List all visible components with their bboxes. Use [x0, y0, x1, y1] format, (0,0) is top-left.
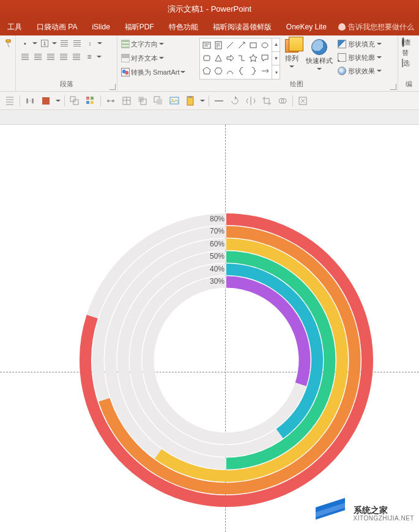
chevron-down-icon — [377, 68, 382, 73]
chevron-down-icon — [377, 42, 382, 46]
svg-rect-5 — [26, 98, 28, 103]
qat-group-icon[interactable] — [69, 95, 81, 107]
watermark-url: XITONGZHIJIA.NET — [354, 515, 415, 522]
tab-foxit-pdf[interactable]: 福昕PDF — [117, 18, 161, 35]
shapes-gallery[interactable]: ▲ ▼ ▾ — [199, 38, 280, 79]
align-right-button[interactable] — [45, 51, 56, 62]
qat-grid-icon[interactable] — [84, 95, 97, 107]
shape-hexagon-icon[interactable] — [213, 66, 223, 76]
group-text-options: 文字方向 对齐文本 转换为 SmartArt — [117, 35, 196, 91]
gallery-up-button[interactable]: ▲ — [272, 38, 280, 52]
shape-oval-icon[interactable] — [259, 40, 270, 50]
columns-button[interactable] — [84, 51, 95, 62]
slide-canvas[interactable]: 80%70%60%50%40%30% 系统之家 XITONGZHIJIA.NET — [0, 110, 419, 532]
qat-bring-front-icon[interactable] — [152, 95, 165, 107]
shape-effects-button[interactable]: 形状效果 — [338, 65, 382, 77]
format-painter-button[interactable] — [4, 38, 15, 49]
shape-roundrect-icon[interactable] — [201, 53, 212, 63]
quick-styles-button[interactable]: 快速样式 — [303, 38, 335, 79]
qat-zoom-icon[interactable] — [297, 95, 309, 107]
tab-onekey[interactable]: OneKey Lite — [279, 18, 334, 35]
shape-outline-button[interactable]: 形状轮廓 — [338, 51, 382, 64]
chevron-down-icon[interactable] — [97, 41, 102, 46]
tab-pocket-anim[interactable]: 口袋动画 PA — [29, 18, 84, 35]
paragraph-dialog-launcher[interactable] — [109, 84, 116, 90]
svg-rect-10 — [86, 97, 89, 100]
shape-rarrow-icon[interactable] — [224, 53, 235, 63]
find-button[interactable]: 查 — [402, 38, 415, 47]
replace-button[interactable]: 替 — [402, 48, 415, 57]
shape-line-icon[interactable] — [224, 40, 235, 50]
tab-islide[interactable]: iSlide — [84, 18, 117, 35]
bullets-button[interactable] — [20, 38, 31, 49]
drawing-dialog-launcher[interactable] — [390, 84, 396, 90]
svg-point-14 — [107, 100, 109, 102]
shape-star-icon[interactable] — [248, 53, 258, 63]
chevron-down-icon — [159, 42, 164, 46]
tell-me-search[interactable]: 告诉我您想要做什么 — [338, 22, 419, 32]
gallery-more-button[interactable]: ▾ — [272, 65, 280, 79]
chevron-down-icon[interactable] — [97, 54, 102, 59]
select-button[interactable]: 选 — [402, 59, 415, 68]
chevron-down-icon[interactable] — [32, 41, 37, 46]
qat-rotate-icon[interactable] — [229, 95, 241, 107]
qat-merge-icon[interactable] — [276, 95, 289, 107]
chevron-down-icon[interactable] — [56, 98, 61, 103]
numbering-button[interactable] — [39, 38, 50, 49]
qat-distribute-h-icon[interactable] — [24, 95, 36, 107]
qat-snap-icon[interactable] — [105, 95, 117, 107]
shape-triangle-icon[interactable] — [213, 53, 223, 63]
qat-crop-icon[interactable] — [261, 95, 273, 107]
shape-curve-icon[interactable] — [224, 66, 235, 76]
shape-pentagon-icon[interactable] — [201, 66, 212, 76]
qat-align-icon[interactable] — [4, 95, 16, 107]
svg-rect-7 — [42, 97, 50, 105]
text-direction-button[interactable]: 文字方向 — [121, 38, 192, 50]
tab-tools[interactable]: 工具 — [0, 18, 29, 35]
align-left-button[interactable] — [20, 51, 31, 62]
watermark-logo-icon — [312, 500, 349, 527]
group-editing: 查 替 选 编 — [398, 35, 419, 91]
tab-foxit-reader[interactable]: 福昕阅读器领鲜版 — [206, 18, 279, 35]
svg-rect-8 — [70, 97, 75, 102]
distribute-button[interactable] — [71, 51, 82, 62]
chevron-down-icon[interactable] — [200, 98, 205, 103]
gallery-down-button[interactable]: ▼ — [272, 52, 280, 66]
qat-paste-icon[interactable] — [184, 95, 196, 107]
shape-connector-icon[interactable] — [259, 66, 270, 76]
align-text-button[interactable]: 对齐文本 — [121, 52, 192, 64]
shape-textbox-icon[interactable] — [201, 40, 212, 50]
shape-elbow-icon[interactable] — [236, 53, 247, 63]
chevron-down-icon[interactable] — [52, 41, 57, 46]
tab-special[interactable]: 特色功能 — [161, 18, 206, 35]
chevron-down-icon — [289, 64, 294, 69]
radial-chart[interactable]: 80%70%60%50%40%30% — [76, 210, 376, 510]
justify-button[interactable] — [58, 51, 69, 62]
arrange-button[interactable]: 排列 — [283, 38, 301, 79]
shape-vtextbox-icon[interactable] — [213, 40, 223, 50]
svg-rect-21 — [170, 97, 179, 104]
shape-rect-icon[interactable] — [248, 40, 258, 50]
decrease-indent-button[interactable] — [59, 38, 70, 49]
drawing-label: 绘图 — [199, 79, 394, 90]
slide[interactable]: 80%70%60%50%40%30% 系统之家 XITONGZHIJIA.NET — [0, 125, 419, 532]
shape-arrow-icon[interactable] — [236, 40, 247, 50]
svg-point-22 — [172, 98, 174, 100]
qat-send-back-icon[interactable] — [136, 95, 149, 107]
svg-rect-0 — [203, 42, 210, 48]
svg-point-3 — [262, 43, 268, 48]
qat-shapefill-icon[interactable] — [40, 95, 52, 107]
shape-rbrace-icon[interactable] — [248, 66, 258, 76]
qat-flip-icon[interactable] — [245, 95, 257, 107]
qat-hline-icon[interactable] — [213, 95, 225, 107]
shape-lbrace-icon[interactable] — [236, 66, 247, 76]
convert-smartart-button[interactable]: 转换为 SmartArt — [121, 66, 192, 78]
shape-fill-button[interactable]: 形状填充 — [338, 38, 382, 50]
qat-layout-icon[interactable] — [121, 95, 133, 107]
svg-rect-11 — [91, 97, 94, 100]
qat-picture-icon[interactable] — [168, 95, 180, 107]
increase-indent-button[interactable] — [72, 38, 83, 49]
align-center-button[interactable] — [32, 51, 43, 62]
shape-callout-icon[interactable] — [259, 53, 270, 63]
line-spacing-button[interactable] — [84, 38, 95, 49]
